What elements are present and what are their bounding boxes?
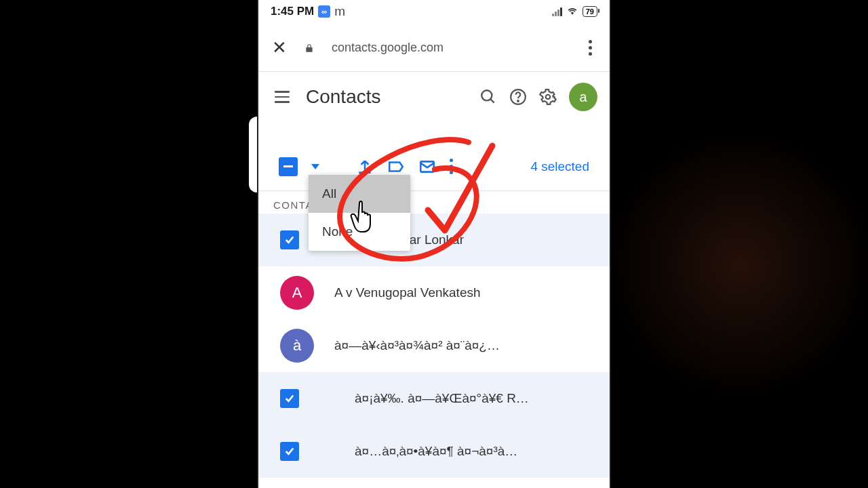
contact-name: à¤¡à¥‰. à¤—à¥Œà¤°à¥€ R… bbox=[355, 391, 529, 406]
url-text[interactable]: contacts.google.com bbox=[332, 41, 567, 55]
phone-screen: 1:45 PM ∞ m 79 ✕ contacts.google.com Con… bbox=[257, 0, 611, 488]
select-dropdown-caret[interactable] bbox=[311, 164, 319, 169]
svg-point-0 bbox=[481, 90, 492, 100]
wifi-icon bbox=[566, 7, 578, 16]
svg-line-1 bbox=[490, 99, 494, 102]
select-dropdown: All None bbox=[309, 175, 410, 251]
select-indeterminate-checkbox[interactable] bbox=[279, 157, 298, 176]
app-title: Contacts bbox=[306, 86, 467, 108]
browser-bar: ✕ contacts.google.com bbox=[258, 24, 610, 72]
help-icon[interactable] bbox=[509, 88, 527, 106]
contact-row[interactable]: à¤¡à¥‰. à¤—à¥Œà¤°à¥€ R… bbox=[258, 372, 610, 425]
selection-toolbar: 4 selected All None bbox=[258, 142, 610, 191]
label-icon[interactable] bbox=[387, 158, 405, 176]
battery-indicator: 79 bbox=[583, 6, 597, 17]
dropdown-item-all[interactable]: All bbox=[309, 175, 410, 213]
lock-icon bbox=[304, 43, 314, 54]
search-icon[interactable] bbox=[479, 88, 497, 106]
signal-icon bbox=[552, 7, 562, 16]
svg-point-3 bbox=[517, 100, 519, 102]
clock: 1:45 PM bbox=[271, 5, 314, 18]
status-bar: 1:45 PM ∞ m 79 bbox=[258, 0, 610, 24]
contact-name: à¤…à¤‚à¤•à¥à¤¶ à¤¬à¤³à… bbox=[355, 444, 517, 459]
close-icon[interactable]: ✕ bbox=[272, 37, 287, 58]
app-header: Contacts a bbox=[258, 72, 610, 122]
menu-icon[interactable] bbox=[271, 87, 294, 107]
contact-name: à¤—à¥‹à¤³à¤¾à¤² à¤¨à¤¿… bbox=[334, 338, 500, 353]
selection-count: 4 selected bbox=[530, 159, 589, 174]
notification-icon: m bbox=[334, 4, 345, 19]
app-indicator-icon: ∞ bbox=[318, 5, 330, 18]
export-icon[interactable] bbox=[356, 158, 374, 176]
email-icon[interactable] bbox=[418, 158, 436, 176]
contact-avatar: A bbox=[280, 276, 314, 310]
checkbox-checked-icon[interactable] bbox=[280, 442, 299, 461]
contact-name: A v Venugopal Venkatesh bbox=[334, 285, 481, 300]
contact-avatar: à bbox=[280, 329, 314, 363]
dropdown-item-none[interactable]: None bbox=[309, 213, 410, 251]
contact-row[interactable]: à¤…à¤‚à¤•à¥à¤¶ à¤¬à¤³à… bbox=[258, 425, 610, 478]
contact-row[interactable]: A A v Venugopal Venkatesh bbox=[258, 266, 610, 319]
browser-menu-icon[interactable] bbox=[585, 36, 596, 60]
settings-icon[interactable] bbox=[539, 88, 557, 106]
more-actions-icon[interactable] bbox=[450, 159, 453, 174]
contact-row[interactable]: à à¤—à¥‹à¤³à¤¾à¤² à¤¨à¤¿… bbox=[258, 319, 610, 372]
checkbox-checked-icon[interactable] bbox=[280, 389, 299, 408]
account-avatar[interactable]: a bbox=[569, 83, 597, 111]
checkbox-checked-icon[interactable] bbox=[280, 230, 299, 249]
svg-point-4 bbox=[546, 95, 551, 100]
